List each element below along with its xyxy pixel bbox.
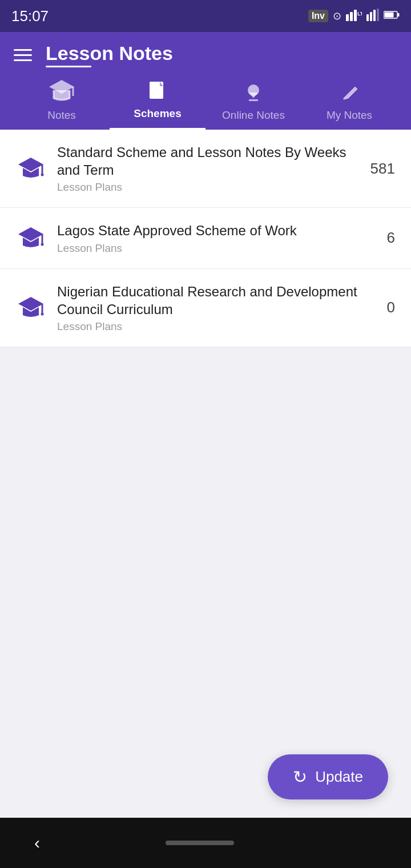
update-button[interactable]: ↻ Update — [268, 754, 388, 799]
refresh-icon: ↻ — [293, 767, 307, 787]
tab-schemes-icon — [147, 81, 168, 105]
svg-rect-14 — [150, 82, 160, 89]
update-label: Update — [315, 768, 363, 786]
tab-schemes-label: Schemes — [134, 107, 181, 120]
svg-rect-5 — [370, 12, 372, 21]
status-time: 15:07 — [11, 7, 49, 25]
svg-rect-1 — [350, 12, 353, 21]
svg-rect-9 — [385, 12, 394, 17]
svg-point-26 — [41, 312, 44, 315]
page-title: Lesson Notes — [46, 42, 173, 64]
item-content-2: Lagos State Approved Scheme of Work Less… — [57, 222, 361, 254]
svg-point-20 — [41, 174, 44, 176]
svg-marker-16 — [249, 93, 258, 98]
signal2-icon — [366, 9, 379, 24]
status-icons: Inv ⊙ LTE — [308, 9, 400, 24]
svg-marker-21 — [18, 227, 43, 241]
svg-rect-10 — [398, 13, 400, 17]
header: Lesson Notes Notes — [0, 32, 411, 130]
svg-rect-0 — [346, 14, 349, 21]
back-button[interactable]: ‹ — [34, 833, 40, 853]
item-count-2: 6 — [372, 229, 395, 247]
tab-notes-label: Notes — [47, 109, 76, 122]
home-pill[interactable] — [166, 841, 234, 845]
svg-rect-7 — [377, 9, 379, 21]
svg-text:LTE: LTE — [357, 11, 362, 17]
item-count-1: 581 — [370, 160, 395, 178]
hamburger-menu[interactable] — [14, 49, 32, 61]
tab-notes-icon — [48, 79, 75, 107]
tab-schemes[interactable]: Schemes — [110, 75, 206, 130]
list-item[interactable]: Standard Scheme and Lesson Notes By Week… — [0, 130, 411, 208]
list-container: Standard Scheme and Lesson Notes By Week… — [0, 130, 411, 347]
bottom-nav: ‹ — [0, 818, 411, 868]
battery-icon — [384, 10, 400, 22]
item-title-2: Lagos State Approved Scheme of Work — [57, 222, 361, 239]
list-item[interactable]: Lagos State Approved Scheme of Work Less… — [0, 208, 411, 268]
signal-icon: LTE — [346, 9, 362, 24]
item-icon-1 — [16, 156, 46, 180]
item-count-3: 0 — [372, 299, 395, 316]
item-title-3: Nigerian Educational Research and Develo… — [57, 283, 361, 318]
svg-marker-18 — [18, 158, 43, 171]
header-title-area: Lesson Notes — [46, 42, 173, 67]
svg-rect-17 — [249, 99, 258, 101]
item-content-3: Nigerian Educational Research and Develo… — [57, 283, 361, 333]
item-subtitle-2: Lesson Plans — [57, 242, 361, 255]
item-icon-2 — [16, 226, 46, 250]
title-underline — [46, 66, 91, 67]
tab-online-notes[interactable]: Online Notes — [206, 77, 301, 130]
tab-my-notes-icon — [339, 82, 360, 107]
svg-rect-2 — [354, 10, 357, 21]
item-content-1: Standard Scheme and Lesson Notes By Week… — [57, 143, 359, 194]
tab-online-notes-icon — [243, 82, 264, 107]
tab-online-notes-label: Online Notes — [222, 109, 285, 122]
inv-badge: Inv — [308, 10, 328, 22]
svg-point-23 — [41, 243, 44, 246]
header-top: Lesson Notes — [14, 42, 397, 67]
item-subtitle-1: Lesson Plans — [57, 181, 359, 194]
tab-my-notes-label: My Notes — [327, 109, 372, 122]
svg-marker-24 — [18, 297, 43, 311]
tab-bar: Notes Schemes Online Notes — [14, 73, 397, 130]
item-subtitle-3: Lesson Plans — [57, 320, 361, 333]
tab-notes[interactable]: Notes — [14, 73, 110, 130]
status-bar: 15:07 Inv ⊙ LTE — [0, 0, 411, 32]
item-title-1: Standard Scheme and Lesson Notes By Week… — [57, 143, 359, 179]
wifi-icon: ⊙ — [333, 10, 341, 22]
item-icon-3 — [16, 296, 46, 320]
tab-my-notes[interactable]: My Notes — [301, 77, 397, 130]
svg-rect-4 — [366, 14, 369, 21]
list-item[interactable]: Nigerian Educational Research and Develo… — [0, 269, 411, 347]
svg-rect-6 — [373, 10, 376, 21]
